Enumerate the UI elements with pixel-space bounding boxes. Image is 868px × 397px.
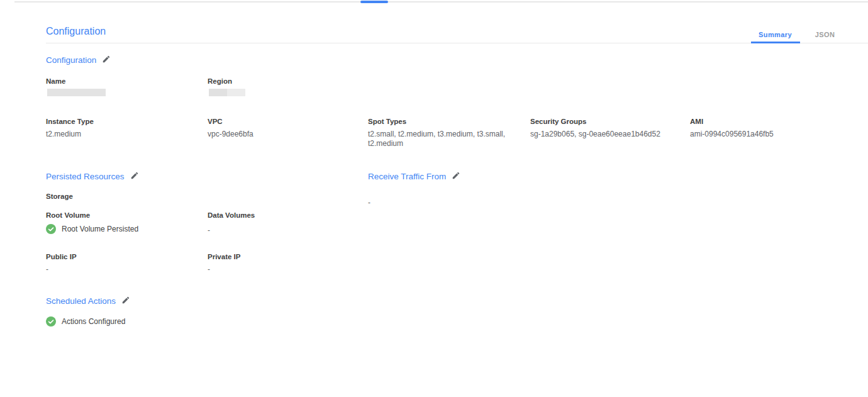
section-scheduled-actions-heading: Scheduled Actions: [46, 296, 130, 306]
top-active-tab-indicator: [360, 1, 388, 3]
storage-subheading: Storage: [46, 193, 73, 200]
section-configuration-title: Configuration: [46, 55, 96, 65]
scheduled-actions-status-text: Actions Configured: [62, 317, 125, 326]
root-volume-status-text: Root Volume Persisted: [62, 225, 138, 233]
edit-scheduled-actions-button[interactable]: [121, 296, 130, 306]
section-persisted-resources-heading: Persisted Resources: [46, 171, 139, 182]
field-region-redacted-value: [209, 89, 245, 96]
field-data-volumes-value: -: [208, 226, 255, 235]
root-volume-status: Root Volume Persisted: [46, 224, 138, 234]
field-ami: AMI ami-0994c095691a46fb5: [690, 118, 774, 139]
field-spot-types-label: Spot Types: [368, 118, 511, 125]
section-persisted-resources-title: Persisted Resources: [46, 172, 125, 181]
section-configuration-heading: Configuration: [46, 55, 111, 65]
header-divider: [46, 43, 868, 43]
check-circle-icon: [46, 316, 56, 327]
field-spot-types-value: t2.small, t2.medium, t3.medium, t3.small…: [368, 130, 511, 148]
field-public-ip-label: Public IP: [46, 253, 77, 260]
scheduled-actions-status: Actions Configured: [46, 316, 125, 327]
field-region: Region: [208, 77, 245, 96]
field-vpc-value: vpc-9dee6bfa: [208, 130, 253, 139]
field-ami-label: AMI: [690, 118, 774, 125]
field-security-groups-value: sg-1a29b065, sg-0eae60eeae1b46d52: [530, 130, 660, 139]
field-data-volumes: Data Volumes -: [208, 211, 255, 235]
section-receive-traffic-title: Receive Traffic From: [368, 172, 446, 181]
field-security-groups-label: Security Groups: [530, 118, 660, 125]
field-public-ip-value: -: [46, 265, 77, 274]
field-private-ip: Private IP -: [208, 253, 240, 274]
field-private-ip-label: Private IP: [208, 253, 240, 260]
field-vpc: VPC vpc-9dee6bfa: [208, 118, 253, 139]
tab-json[interactable]: JSON: [800, 27, 850, 43]
top-tabbar-divider: [14, 1, 868, 3]
field-instance-type: Instance Type t2.medium: [46, 118, 94, 139]
field-data-volumes-label: Data Volumes: [208, 211, 255, 219]
pencil-icon: [452, 171, 460, 182]
field-vpc-label: VPC: [208, 118, 253, 125]
field-ami-value: ami-0994c095691a46fb5: [690, 130, 774, 139]
field-public-ip: Public IP -: [46, 253, 77, 274]
field-instance-type-value: t2.medium: [46, 130, 94, 139]
field-name-label: Name: [46, 77, 106, 85]
pencil-icon: [130, 171, 139, 182]
field-name: Name: [46, 77, 106, 96]
edit-persisted-resources-button[interactable]: [130, 171, 139, 182]
field-security-groups: Security Groups sg-1a29b065, sg-0eae60ee…: [530, 118, 660, 139]
field-spot-types: Spot Types t2.small, t2.medium, t3.mediu…: [368, 118, 511, 148]
edit-configuration-button[interactable]: [102, 55, 111, 65]
edit-receive-traffic-button[interactable]: [452, 171, 460, 182]
receive-traffic-value: -: [368, 198, 370, 207]
configuration-summary-page: Configuration Summary JSON Configuration…: [0, 0, 868, 397]
tab-summary[interactable]: Summary: [750, 27, 800, 43]
page-title: Configuration: [46, 26, 106, 37]
section-scheduled-actions-title: Scheduled Actions: [46, 296, 116, 306]
field-name-redacted-value: [47, 89, 106, 96]
field-root-volume: Root Volume Root Volume Persisted: [46, 211, 138, 234]
pencil-icon: [102, 55, 111, 65]
field-root-volume-label: Root Volume: [46, 211, 138, 219]
section-receive-traffic-heading: Receive Traffic From: [368, 171, 460, 182]
field-region-label: Region: [208, 77, 245, 85]
check-circle-icon: [46, 224, 56, 234]
pencil-icon: [121, 296, 130, 306]
field-instance-type-label: Instance Type: [46, 118, 94, 125]
field-private-ip-value: -: [208, 265, 240, 274]
summary-tab-underline: [751, 42, 800, 43]
